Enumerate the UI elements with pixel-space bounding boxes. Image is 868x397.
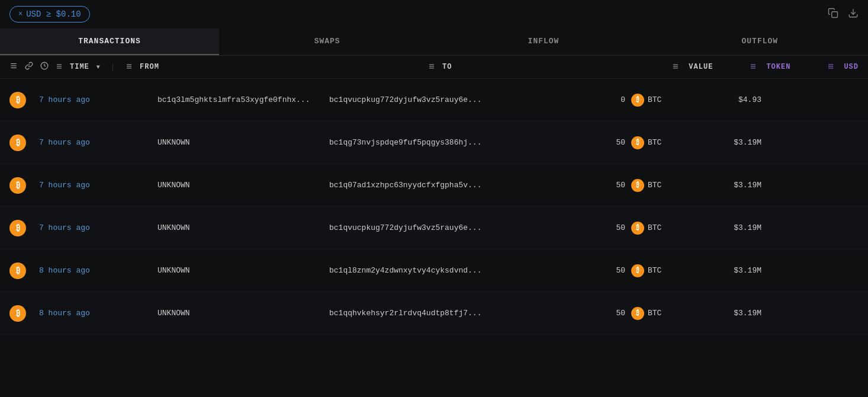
value-filter-label[interactable]: VALUE [689, 63, 713, 71]
value-cell: 50 [554, 309, 631, 318]
value-cell: 0 [554, 95, 631, 104]
btc-icon: ₿ [9, 305, 39, 322]
filter-all-icon[interactable] [9, 62, 18, 72]
filter-tag[interactable]: × USD ≥ $0.10 [9, 6, 90, 23]
to-cell: bc1qg73nvjspdqe9fuf5pqgys386hj... [329, 138, 554, 147]
btc-icon: ₿ [9, 177, 39, 194]
to-cell: bc1qvucpkug772dyjufw3vz5rauy6e... [329, 95, 554, 104]
table-row: ₿ 7 hours ago UNKNOWN bc1qg73nvjspdqe9fu… [0, 121, 868, 164]
table-row: ₿ 7 hours ago bc1q3lm5ghktslmfra53xygfe0… [0, 79, 868, 121]
to-filter-icon[interactable] [428, 63, 435, 72]
to-cell: bc1qqhvkehsyr2rlrdvq4udtp8tfj7... [329, 309, 554, 318]
token-cell: ₿ BTC [631, 94, 702, 107]
time-cell: 8 hours ago [39, 309, 157, 318]
time-cell: 8 hours ago [39, 266, 157, 275]
tab-inflow[interactable]: INFLOW [435, 28, 651, 55]
token-filter-icon[interactable] [750, 63, 757, 72]
filter-close-icon[interactable]: × [18, 10, 22, 18]
time-filter-label[interactable]: TIME [70, 63, 89, 71]
usd-cell: $3.19M [702, 266, 761, 275]
usd-filter-icon[interactable] [827, 63, 834, 72]
usd-cell: $3.19M [702, 138, 761, 147]
token-cell: ₿ BTC [631, 136, 702, 149]
btc-icon: ₿ [9, 135, 39, 151]
time-cell: 7 hours ago [39, 223, 157, 232]
from-cell: UNKNOWN [157, 266, 329, 275]
token-cell: ₿ BTC [631, 222, 702, 235]
time-cell: 7 hours ago [39, 138, 157, 147]
usd-cell: $3.19M [702, 181, 761, 190]
time-filter-arrow[interactable]: ▼ [97, 64, 100, 71]
tabs: TRANSACTIONS SWAPS INFLOW OUTFLOW [0, 28, 868, 56]
filter-link-icon[interactable] [25, 62, 33, 72]
from-cell: UNKNOWN [157, 309, 329, 318]
token-cell: ₿ BTC [631, 264, 702, 277]
value-filter-icon[interactable] [672, 63, 679, 72]
filter-col-icon[interactable] [56, 63, 63, 72]
value-cell: 50 [554, 223, 631, 232]
value-cell: 50 [554, 266, 631, 275]
value-cell: 50 [554, 181, 631, 190]
token-filter-label[interactable]: TOKEN [766, 63, 790, 71]
table-row: ₿ 7 hours ago UNKNOWN bc1qvucpkug772dyju… [0, 207, 868, 249]
from-filter-icon[interactable] [126, 63, 133, 72]
btc-icon: ₿ [9, 92, 39, 108]
table-row: ₿ 8 hours ago UNKNOWN bc1ql8znm2y4zdwnxy… [0, 249, 868, 292]
from-cell: UNKNOWN [157, 181, 329, 190]
filter-label: USD ≥ $0.10 [26, 9, 81, 19]
usd-filter-label[interactable]: USD [844, 63, 859, 71]
token-cell: ₿ BTC [631, 179, 702, 192]
tab-swaps[interactable]: SWAPS [219, 28, 435, 55]
tab-transactions[interactable]: TRANSACTIONS [0, 28, 219, 55]
tab-outflow[interactable]: OUTFLOW [652, 28, 868, 55]
svg-rect-0 [832, 11, 838, 17]
to-filter-label[interactable]: TO [442, 63, 452, 71]
time-cell: 7 hours ago [39, 181, 157, 190]
table-row: ₿ 8 hours ago UNKNOWN bc1qqhvkehsyr2rlrd… [0, 292, 868, 335]
time-cell: 7 hours ago [39, 95, 157, 104]
usd-cell: $3.19M [702, 223, 761, 232]
from-cell: UNKNOWN [157, 138, 329, 147]
btc-icon: ₿ [9, 262, 39, 279]
usd-cell: $3.19M [702, 309, 761, 318]
from-cell: bc1q3lm5ghktslmfra53xygfe0fnhx... [157, 95, 329, 104]
from-cell: UNKNOWN [157, 223, 329, 232]
filter-row: TIME ▼ | FROM TO VALUE TOKEN USD [0, 56, 868, 79]
table-row: ₿ 7 hours ago UNKNOWN bc1q07ad1xzhpc63ny… [0, 164, 868, 207]
value-cell: 50 [554, 138, 631, 147]
to-cell: bc1ql8znm2y4zdwnxytvy4cyksdvnd... [329, 266, 554, 275]
to-cell: bc1qvucpkug772dyjufw3vz5rauy6e... [329, 223, 554, 232]
table-body: ₿ 7 hours ago bc1q3lm5ghktslmfra53xygfe0… [0, 79, 868, 335]
top-bar: × USD ≥ $0.10 [0, 0, 868, 28]
usd-cell: $4.93 [702, 95, 761, 104]
download-icon[interactable] [848, 8, 859, 21]
copy-icon[interactable] [828, 8, 838, 21]
to-cell: bc1q07ad1xzhpc63nyydcfxfgpha5v... [329, 181, 554, 190]
btc-icon: ₿ [9, 220, 39, 236]
token-cell: ₿ BTC [631, 307, 702, 320]
filter-time-icon[interactable] [40, 62, 49, 72]
from-filter-label[interactable]: FROM [140, 63, 159, 71]
top-icons [828, 8, 859, 21]
